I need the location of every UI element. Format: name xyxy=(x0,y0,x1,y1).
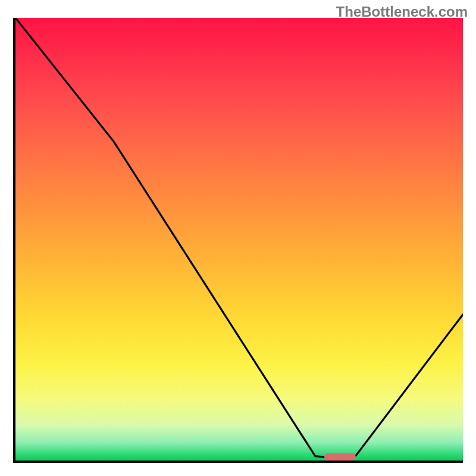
chart-frame: TheBottleneck.com xyxy=(0,0,476,476)
plot-area xyxy=(13,18,463,463)
bottleneck-curve xyxy=(15,18,463,461)
optimal-range-marker xyxy=(324,453,356,461)
